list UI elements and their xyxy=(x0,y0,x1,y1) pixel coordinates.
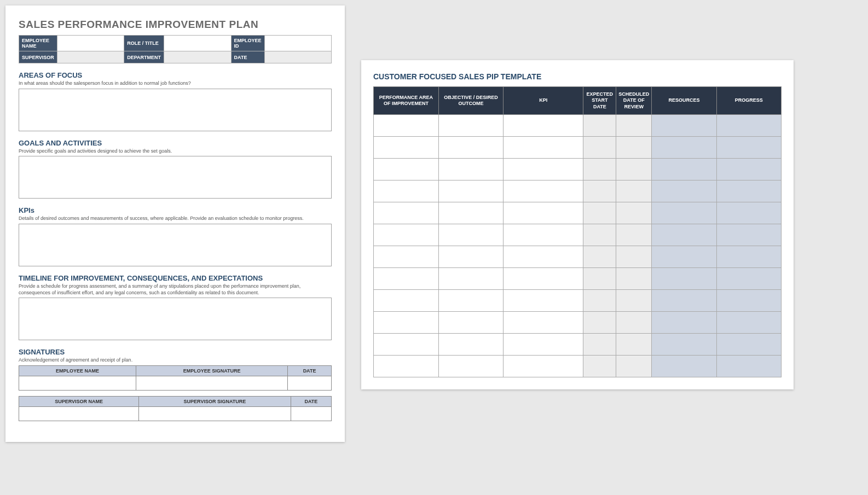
table-cell[interactable] xyxy=(616,267,652,289)
table-cell[interactable] xyxy=(504,224,583,246)
table-cell[interactable] xyxy=(652,180,716,202)
table-cell[interactable] xyxy=(374,267,439,289)
table-cell[interactable] xyxy=(716,289,781,311)
input-date[interactable] xyxy=(264,51,331,63)
input-supervisor[interactable] xyxy=(57,51,124,63)
table-cell[interactable] xyxy=(438,333,503,355)
table-cell[interactable] xyxy=(374,180,439,202)
table-cell[interactable] xyxy=(616,136,652,158)
table-cell[interactable] xyxy=(652,355,716,377)
table-cell[interactable] xyxy=(616,311,652,333)
table-cell[interactable] xyxy=(583,311,616,333)
table-cell[interactable] xyxy=(616,246,652,267)
table-cell[interactable] xyxy=(716,224,781,246)
table-cell[interactable] xyxy=(438,224,503,246)
table-cell[interactable] xyxy=(716,311,781,333)
table-cell[interactable] xyxy=(504,202,583,224)
table-cell[interactable] xyxy=(616,333,652,355)
timeline-input[interactable] xyxy=(19,298,332,340)
table-cell[interactable] xyxy=(374,289,439,311)
table-cell[interactable] xyxy=(504,267,583,289)
input-supervisor-signature[interactable] xyxy=(139,407,291,421)
table-cell[interactable] xyxy=(616,202,652,224)
table-cell[interactable] xyxy=(374,355,439,377)
table-cell[interactable] xyxy=(583,158,616,180)
table-cell[interactable] xyxy=(438,311,503,333)
table-cell[interactable] xyxy=(374,202,439,224)
table-cell[interactable] xyxy=(583,246,616,267)
table-cell[interactable] xyxy=(716,267,781,289)
input-employee-name[interactable] xyxy=(57,36,124,51)
table-cell[interactable] xyxy=(504,158,583,180)
table-cell[interactable] xyxy=(652,333,716,355)
areas-of-focus-input[interactable] xyxy=(19,89,332,131)
table-cell[interactable] xyxy=(583,114,616,136)
table-cell[interactable] xyxy=(652,267,716,289)
table-cell[interactable] xyxy=(716,246,781,267)
table-cell[interactable] xyxy=(438,202,503,224)
table-cell[interactable] xyxy=(504,355,583,377)
table-cell[interactable] xyxy=(583,333,616,355)
table-cell[interactable] xyxy=(438,267,503,289)
input-employee-name[interactable] xyxy=(19,376,136,391)
table-cell[interactable] xyxy=(583,355,616,377)
table-cell[interactable] xyxy=(374,311,439,333)
table-cell[interactable] xyxy=(438,246,503,267)
table-cell[interactable] xyxy=(616,355,652,377)
table-cell[interactable] xyxy=(438,136,503,158)
table-cell[interactable] xyxy=(716,180,781,202)
table-cell[interactable] xyxy=(374,158,439,180)
input-employee-signature[interactable] xyxy=(136,376,288,391)
input-department[interactable] xyxy=(164,51,231,63)
table-cell[interactable] xyxy=(583,202,616,224)
table-cell[interactable] xyxy=(583,180,616,202)
table-cell[interactable] xyxy=(716,355,781,377)
table-cell[interactable] xyxy=(652,311,716,333)
table-cell[interactable] xyxy=(583,267,616,289)
table-cell[interactable] xyxy=(438,355,503,377)
table-cell[interactable] xyxy=(652,114,716,136)
table-cell[interactable] xyxy=(438,114,503,136)
table-cell[interactable] xyxy=(374,333,439,355)
table-cell[interactable] xyxy=(374,246,439,267)
table-cell[interactable] xyxy=(374,224,439,246)
table-cell[interactable] xyxy=(616,224,652,246)
table-cell[interactable] xyxy=(504,289,583,311)
input-employee-id[interactable] xyxy=(264,36,331,51)
table-cell[interactable] xyxy=(504,311,583,333)
table-cell[interactable] xyxy=(652,136,716,158)
table-cell[interactable] xyxy=(652,289,716,311)
table-cell[interactable] xyxy=(652,202,716,224)
table-cell[interactable] xyxy=(616,158,652,180)
table-cell[interactable] xyxy=(716,136,781,158)
table-cell[interactable] xyxy=(716,333,781,355)
table-cell[interactable] xyxy=(652,246,716,267)
input-role-title[interactable] xyxy=(164,36,231,51)
table-cell[interactable] xyxy=(438,289,503,311)
table-cell[interactable] xyxy=(504,246,583,267)
table-cell[interactable] xyxy=(716,202,781,224)
table-cell[interactable] xyxy=(652,158,716,180)
table-cell[interactable] xyxy=(438,180,503,202)
table-cell[interactable] xyxy=(504,180,583,202)
input-supervisor-name[interactable] xyxy=(19,407,139,421)
table-cell[interactable] xyxy=(616,289,652,311)
table-cell[interactable] xyxy=(504,114,583,136)
table-cell[interactable] xyxy=(504,136,583,158)
table-cell[interactable] xyxy=(583,136,616,158)
input-employee-date[interactable] xyxy=(288,376,332,391)
table-cell[interactable] xyxy=(716,158,781,180)
table-cell[interactable] xyxy=(616,180,652,202)
table-cell[interactable] xyxy=(438,158,503,180)
table-cell[interactable] xyxy=(504,333,583,355)
kpis-input[interactable] xyxy=(19,224,332,266)
table-cell[interactable] xyxy=(616,114,652,136)
table-cell[interactable] xyxy=(374,114,439,136)
table-cell[interactable] xyxy=(716,114,781,136)
input-supervisor-date[interactable] xyxy=(291,407,331,421)
table-cell[interactable] xyxy=(652,224,716,246)
table-cell[interactable] xyxy=(374,136,439,158)
goals-activities-input[interactable] xyxy=(19,156,332,199)
table-cell[interactable] xyxy=(583,224,616,246)
table-cell[interactable] xyxy=(583,289,616,311)
